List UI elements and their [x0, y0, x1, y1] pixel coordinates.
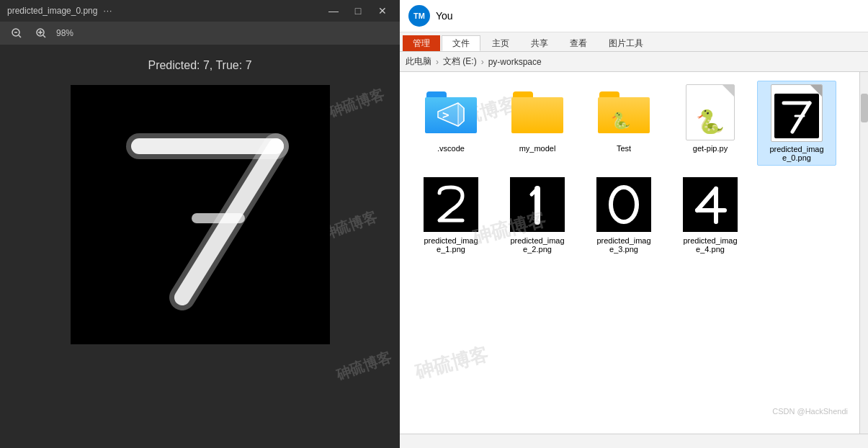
- digit-image-display: [71, 85, 330, 344]
- close-button[interactable]: ✕: [372, 3, 393, 19]
- pred2-icon: [509, 176, 566, 233]
- test-label: Test: [617, 144, 631, 153]
- tab-file[interactable]: 文件: [442, 35, 480, 51]
- sep-2: ›: [481, 57, 484, 67]
- user-bar: TM You: [400, 0, 868, 32]
- viewer-titlebar: predicted_image_0.png ··· — □ ✕: [0, 0, 400, 22]
- file-item-pred4[interactable]: predicted_imag e_4.png: [671, 173, 750, 256]
- sep-1: ›: [436, 57, 439, 67]
- file-item-pred3[interactable]: predicted_imag e_3.png: [584, 173, 663, 256]
- address-part-1[interactable]: 文档 (E:): [443, 55, 477, 68]
- file-item-test[interactable]: 🐍 Test: [584, 81, 663, 166]
- status-bar: [400, 434, 868, 448]
- ribbon: 管理 文件 主页 共享 查看 图片工具: [400, 32, 868, 52]
- file-explorer: TM You 管理 文件 主页 共享 查看 图片工具 此电脑 › 文档 (E:)…: [400, 0, 868, 448]
- pred0-icon: [768, 84, 826, 142]
- svg-text:🐍: 🐍: [611, 111, 631, 130]
- viewer-toolbar: 98%: [0, 22, 400, 45]
- file-item-mymodel[interactable]: my_model: [498, 81, 577, 166]
- viewer-filename: predicted_image_0.png: [7, 6, 97, 16]
- explorer-watermark-3: 砷硫博客: [412, 341, 491, 385]
- pred4-icon: [681, 176, 739, 233]
- zoom-level: 98%: [56, 28, 81, 38]
- file-grid: 砷硫博客 砷硫博客 砷硫博客 CSDN @HackShendi: [400, 72, 859, 434]
- pred0-label: predicted_imag e_0.png: [761, 145, 833, 162]
- vscode-badge: >: [437, 102, 465, 130]
- csdn-watermark: CSDN @HackShendi: [772, 407, 848, 416]
- getpip-file-icon: 🐍: [681, 84, 739, 141]
- test-folder-icon: 🐍: [595, 84, 653, 141]
- image-caption: Predicted: 7, True: 7: [148, 59, 251, 72]
- address-part-2[interactable]: py-workspace: [488, 57, 542, 67]
- minimize-button[interactable]: —: [323, 3, 344, 19]
- pred4-label: predicted_imag e_4.png: [674, 236, 746, 254]
- avatar: TM: [408, 5, 430, 27]
- svg-rect-19: [424, 177, 478, 232]
- user-name: You: [436, 10, 453, 22]
- pred2-label: predicted_imag e_2.png: [501, 236, 573, 254]
- zoom-in-button[interactable]: [32, 24, 50, 42]
- pred1-label: predicted_imag e_1.png: [415, 236, 487, 254]
- viewer-watermark-3: 砷硫博客: [334, 347, 394, 385]
- vscode-label: .vscode: [437, 144, 465, 153]
- file-item-vscode[interactable]: > .vscode: [411, 81, 491, 166]
- mymodel-folder-icon: [509, 84, 566, 141]
- vscode-folder-icon: >: [422, 84, 480, 141]
- address-part-0[interactable]: 此电脑: [406, 55, 431, 68]
- tab-share[interactable]: 共享: [521, 35, 558, 51]
- pred1-icon: [422, 176, 480, 233]
- maximize-button[interactable]: □: [348, 3, 368, 19]
- getpip-label: get-pip.py: [693, 144, 728, 153]
- address-bar: 此电脑 › 文档 (E:) › py-workspace: [400, 52, 868, 72]
- svg-rect-25: [683, 177, 738, 232]
- viewer-menu-dots[interactable]: ···: [103, 6, 112, 16]
- tab-home[interactable]: 主页: [482, 35, 519, 51]
- titlebar-right: — □ ✕: [323, 3, 393, 19]
- mymodel-label: my_model: [519, 144, 556, 153]
- zoom-out-button[interactable]: [7, 24, 26, 42]
- tab-view[interactable]: 查看: [560, 35, 597, 51]
- tab-picture-tools[interactable]: 图片工具: [599, 35, 653, 51]
- titlebar-left: predicted_image_0.png ···: [7, 6, 112, 16]
- scrollbar[interactable]: [859, 72, 868, 434]
- svg-line-6: [43, 35, 45, 37]
- svg-line-2: [19, 35, 21, 37]
- svg-text:>: >: [442, 108, 449, 122]
- image-viewer: predicted_image_0.png ··· — □ ✕ 98%: [0, 0, 400, 448]
- file-item-getpip[interactable]: 🐍 get-pip.py: [671, 81, 750, 166]
- file-item-pred0[interactable]: predicted_imag e_0.png: [757, 81, 836, 166]
- file-item-pred2[interactable]: predicted_imag e_2.png: [498, 173, 577, 256]
- pred3-label: predicted_imag e_3.png: [588, 236, 660, 254]
- pred3-icon: [595, 176, 653, 233]
- viewer-content: 砷硫博客 砷硫博客 砷硫博客 Predicted: 7, True: 7: [0, 45, 400, 448]
- file-item-pred1[interactable]: predicted_imag e_1.png: [411, 173, 491, 256]
- viewer-watermark-1: 砷硫博客: [326, 84, 387, 122]
- ribbon-tabs: 管理 文件 主页 共享 查看 图片工具: [400, 32, 868, 51]
- tab-manage[interactable]: 管理: [403, 35, 440, 51]
